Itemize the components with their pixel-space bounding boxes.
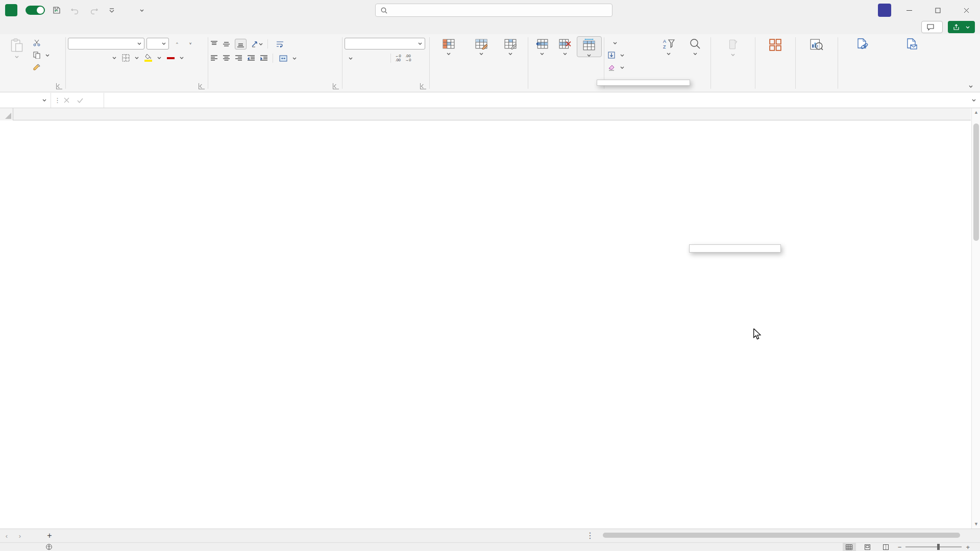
maximize-icon[interactable] <box>927 1 948 19</box>
insert-cells-button[interactable] <box>530 36 553 55</box>
zoom-in-icon[interactable]: + <box>966 543 970 551</box>
zoom-slider-thumb[interactable] <box>937 544 940 550</box>
font-color-icon[interactable] <box>165 52 176 63</box>
grow-font-icon[interactable]: ^ <box>171 38 182 49</box>
chevron-down-icon[interactable] <box>157 57 161 59</box>
shrink-font-icon[interactable]: ˅ <box>184 38 195 49</box>
decrease-decimal-icon[interactable]: .00→0 <box>405 54 411 63</box>
horizontal-scrollbar-thumb[interactable] <box>603 533 960 538</box>
percent-style-icon[interactable] <box>360 53 371 64</box>
paste-button[interactable] <box>2 36 32 58</box>
comma-style-icon[interactable] <box>375 53 386 64</box>
view-page-break-icon[interactable] <box>879 543 893 551</box>
zoom-slider[interactable]: − + <box>898 543 970 551</box>
group-label-adobe <box>840 82 936 92</box>
sort-filter-button[interactable]: AZ <box>655 36 682 55</box>
find-select-button[interactable] <box>682 36 708 55</box>
chevron-down-icon[interactable] <box>180 57 184 59</box>
sheet-nav-right-icon[interactable]: › <box>13 529 27 542</box>
user-avatar[interactable] <box>878 4 891 17</box>
save-icon[interactable] <box>50 4 63 17</box>
view-normal-icon[interactable] <box>843 543 856 551</box>
cancel-icon[interactable] <box>64 97 77 103</box>
autosum-button[interactable] <box>606 37 655 48</box>
chevron-down-icon[interactable] <box>135 57 139 59</box>
dialog-launcher-icon[interactable] <box>333 83 339 89</box>
create-pdf-outlook-button[interactable] <box>887 36 936 52</box>
add-ins-button[interactable] <box>759 36 792 53</box>
redo-icon[interactable] <box>87 4 100 17</box>
clear-button[interactable] <box>606 62 655 73</box>
align-top-icon[interactable] <box>210 41 218 47</box>
group-label-styles <box>432 82 526 92</box>
dialog-launcher-icon[interactable] <box>56 83 62 89</box>
excel-logo-icon[interactable] <box>5 4 17 16</box>
cut-button[interactable] <box>32 37 51 48</box>
view-page-layout-icon[interactable] <box>861 543 874 551</box>
number-format-select[interactable] <box>345 38 425 49</box>
autosave-control[interactable] <box>22 6 45 15</box>
vertical-scrollbar[interactable]: ▲ ▼ <box>971 108 980 529</box>
merge-center-button[interactable] <box>278 53 298 64</box>
horizontal-scrollbar[interactable] <box>600 532 966 538</box>
autosave-toggle[interactable] <box>26 6 45 15</box>
sensitivity-icon <box>727 38 739 51</box>
italic-icon[interactable] <box>83 52 94 63</box>
bold-icon[interactable] <box>68 52 79 63</box>
orientation-icon[interactable] <box>251 40 263 47</box>
format-button[interactable] <box>577 36 602 57</box>
conditional-formatting-button[interactable] <box>432 36 465 55</box>
add-ins-icon <box>769 38 782 52</box>
zoom-out-icon[interactable]: − <box>898 543 902 551</box>
font-name-select[interactable] <box>68 38 144 49</box>
customize-quick-access-icon[interactable] <box>105 4 118 17</box>
dialog-launcher-icon[interactable] <box>420 83 426 89</box>
enter-icon[interactable] <box>77 98 90 103</box>
font-size-select[interactable] <box>146 38 169 49</box>
align-left-icon[interactable] <box>210 55 218 62</box>
increase-decimal-icon[interactable]: ←0.00 <box>395 54 401 63</box>
name-box[interactable] <box>0 93 51 108</box>
comments-button[interactable] <box>921 21 943 33</box>
dialog-launcher-icon[interactable] <box>199 83 205 89</box>
undo-icon[interactable] <box>68 4 82 17</box>
add-sheet-icon[interactable]: + <box>42 529 57 542</box>
search-input[interactable] <box>375 4 612 17</box>
cell-styles-button[interactable] <box>497 36 524 55</box>
accessibility-status[interactable] <box>46 544 55 550</box>
copy-button[interactable] <box>32 49 51 61</box>
sheet-tab-options-icon[interactable]: ⋮ <box>586 531 594 540</box>
align-right-icon[interactable] <box>235 55 242 62</box>
column-headers[interactable] <box>0 108 971 120</box>
minimize-icon[interactable] <box>898 1 920 19</box>
format-painter-button[interactable] <box>32 62 51 73</box>
close-icon[interactable] <box>955 1 977 19</box>
document-title[interactable] <box>131 9 144 12</box>
create-pdf-share-link-button[interactable] <box>840 36 884 52</box>
fill-color-icon[interactable] <box>142 52 154 63</box>
share-button[interactable] <box>948 21 975 33</box>
name-box-drag-handle[interactable]: ⋮ <box>51 96 64 104</box>
accounting-format-icon[interactable] <box>345 53 356 64</box>
underline-icon[interactable] <box>97 52 109 63</box>
sensitivity-button[interactable] <box>713 36 753 56</box>
ribbon-collapse-icon[interactable] <box>969 85 973 88</box>
vertical-scrollbar-thumb[interactable] <box>973 123 979 241</box>
ribbon-tab-row <box>0 20 980 34</box>
analyze-data-button[interactable] <box>799 36 835 53</box>
align-bottom-icon[interactable] <box>235 39 247 49</box>
select-all-corner[interactable] <box>0 108 13 120</box>
sheet-nav-left-icon[interactable]: ‹ <box>0 529 13 542</box>
align-middle-icon[interactable] <box>223 41 230 47</box>
format-as-table-button[interactable] <box>465 36 497 55</box>
increase-indent-icon[interactable] <box>260 55 268 62</box>
decrease-indent-icon[interactable] <box>247 55 255 62</box>
spreadsheet-grid[interactable] <box>0 108 971 529</box>
formula-bar-expand-icon[interactable] <box>972 99 976 102</box>
align-center-icon[interactable] <box>223 55 230 62</box>
fill-button[interactable] <box>606 49 655 61</box>
wrap-text-button[interactable] <box>275 38 288 49</box>
borders-icon[interactable] <box>120 52 131 63</box>
chevron-down-icon[interactable] <box>112 57 116 59</box>
delete-cells-button[interactable] <box>553 36 576 55</box>
